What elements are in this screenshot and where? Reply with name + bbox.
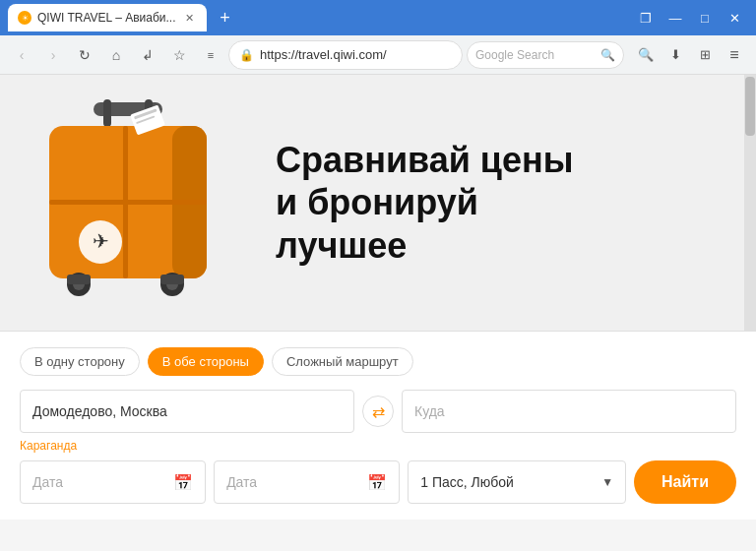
date2-input[interactable]: Дата 📅 xyxy=(214,460,400,504)
tab-favicon-icon: ☀ xyxy=(18,11,32,25)
bookmark-button[interactable]: ☆ xyxy=(165,41,193,69)
from-input[interactable]: Домодедово, Москва xyxy=(20,390,354,433)
passengers-select[interactable]: 1 Пасс, Любой ▼ xyxy=(408,460,626,504)
trip-tabs: В одну сторону В обе стороны Сложный мар… xyxy=(20,347,736,376)
window-controls: ❐ — □ ✕ xyxy=(632,7,748,29)
swap-icon: ⇄ xyxy=(372,402,385,421)
swap-button[interactable]: ⇄ xyxy=(362,396,394,427)
minimize-button[interactable]: — xyxy=(662,7,689,29)
tab-title: QIWI TRAVEL – Авиаби... xyxy=(37,11,175,25)
new-tab-button[interactable]: + xyxy=(211,4,238,31)
chevron-down-icon: ▼ xyxy=(601,475,613,489)
calendar1-icon: 📅 xyxy=(173,473,193,492)
svg-text:✈: ✈ xyxy=(93,230,109,252)
forward-button[interactable]: › xyxy=(39,41,67,69)
close-button[interactable]: ✕ xyxy=(721,7,748,29)
tab-round-trip[interactable]: В обе стороны xyxy=(148,347,264,376)
tab-complex[interactable]: Сложный маршрут xyxy=(272,347,413,376)
search-form: В одну сторону В обе стороны Сложный мар… xyxy=(0,331,756,520)
search-bar[interactable]: Google Search 🔍 xyxy=(467,41,624,69)
svg-rect-1 xyxy=(103,99,111,127)
nav-bar: ‹ › ↻ ⌂ ↲ ☆ ≡ 🔒 https://travel.qiwi.com/… xyxy=(0,35,756,75)
tab-close-button[interactable]: ✕ xyxy=(181,10,197,26)
route-row: Домодедово, Москва ⇄ Куда xyxy=(20,390,736,433)
browser-frame: ☀ QIWI TRAVEL – Авиаби... ✕ + ❐ — □ ✕ ‹ … xyxy=(0,0,756,551)
svg-rect-17 xyxy=(160,275,184,284)
browser-nav-icons: 🔍 ⬇ ⊞ ≡ xyxy=(632,41,748,69)
download-button[interactable]: ⬇ xyxy=(662,41,689,69)
scrollbar[interactable] xyxy=(744,75,756,331)
hero-text: Сравнивай цены и бронируй лучшее xyxy=(256,139,756,267)
grid-button[interactable]: ⊞ xyxy=(691,41,719,69)
hint-text[interactable]: Карагандa xyxy=(20,439,736,453)
search-icon: 🔍 xyxy=(600,48,615,62)
hero-image: ✈ xyxy=(0,85,256,321)
maximize-button[interactable]: □ xyxy=(691,7,719,29)
bottom-row: Дата 📅 Дата 📅 1 Пасс, Любой ▼ Найти xyxy=(20,460,736,504)
svg-rect-16 xyxy=(67,275,91,284)
search-placeholder-text: Google Search xyxy=(475,48,597,62)
address-bar[interactable]: 🔒 https://travel.qiwi.com/ xyxy=(228,40,463,70)
calendar2-icon: 📅 xyxy=(367,473,387,492)
back-button[interactable]: ‹ xyxy=(8,41,35,69)
reader-button[interactable]: ≡ xyxy=(197,41,224,69)
history-button[interactable]: ↲ xyxy=(134,41,161,69)
restore-button[interactable]: ❐ xyxy=(632,7,660,29)
date1-input[interactable]: Дата 📅 xyxy=(20,460,206,504)
home-button[interactable]: ⌂ xyxy=(102,41,130,69)
search-button[interactable]: Найти xyxy=(634,460,736,504)
menu-button[interactable]: ≡ xyxy=(721,41,748,69)
tab-one-way[interactable]: В одну сторону xyxy=(20,347,140,376)
to-input[interactable]: Куда xyxy=(402,390,736,433)
lock-icon: 🔒 xyxy=(239,48,254,62)
title-bar: ☀ QIWI TRAVEL – Авиаби... ✕ + ❐ — □ ✕ xyxy=(0,0,756,35)
page-content: ✈ Сравнивай цены и бронируй xyxy=(0,75,756,551)
svg-rect-6 xyxy=(123,126,128,278)
reload-button[interactable]: ↻ xyxy=(71,41,98,69)
hero-heading: Сравнивай цены и бронируй лучшее xyxy=(276,139,756,267)
url-text: https://travel.qiwi.com/ xyxy=(260,47,452,62)
find-button[interactable]: 🔍 xyxy=(632,41,660,69)
hero-section: ✈ Сравнивай цены и бронируй xyxy=(0,75,756,331)
active-tab[interactable]: ☀ QIWI TRAVEL – Авиаби... ✕ xyxy=(8,4,207,31)
scrollbar-thumb[interactable] xyxy=(745,77,755,136)
suitcase-svg: ✈ xyxy=(20,94,236,321)
